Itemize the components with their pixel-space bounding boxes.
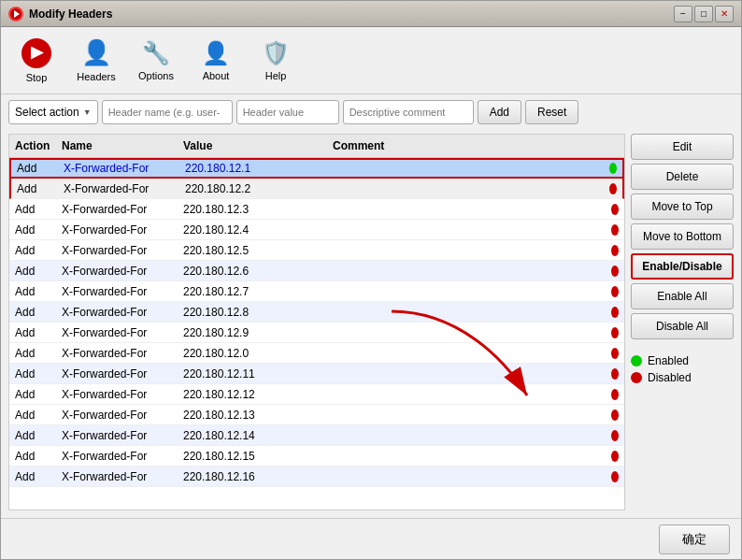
- headers-button[interactable]: 👤 Headers: [68, 33, 124, 89]
- options-button[interactable]: 🔧 Options: [128, 33, 184, 89]
- edit-button[interactable]: Edit: [631, 134, 734, 160]
- cell-comment: [327, 454, 606, 458]
- table-row[interactable]: Add X-Forwarded-For 220.180.12.13: [9, 405, 624, 425]
- stop-button[interactable]: Stop: [8, 33, 64, 89]
- cell-action: Add: [9, 407, 56, 424]
- status-dot-icon: [609, 163, 617, 174]
- status-dot-icon: [611, 451, 619, 462]
- status-dot-icon: [611, 409, 619, 421]
- table-row[interactable]: Add X-Forwarded-For 220.180.12.3: [9, 199, 624, 220]
- status-dot-icon: [611, 286, 619, 297]
- table-row[interactable]: Add X-Forwarded-For 220.180.12.2: [9, 179, 624, 199]
- cell-comment: [327, 228, 606, 232]
- toolbar: Stop 👤 Headers 🔧 Options 👤 About 🛡️ Help: [1, 27, 741, 94]
- cell-value: 220.180.12.8: [178, 304, 327, 321]
- cell-action: Add: [9, 468, 56, 485]
- cell-value: 220.180.12.7: [178, 283, 327, 300]
- cell-dot: [606, 366, 624, 381]
- add-button[interactable]: Add: [478, 100, 521, 124]
- about-button[interactable]: 👤 About: [188, 33, 244, 89]
- cell-dot: [606, 243, 624, 258]
- delete-button[interactable]: Delete: [631, 164, 734, 190]
- headers-icon: 👤: [81, 38, 111, 67]
- cell-name: X-Forwarded-For: [56, 242, 178, 259]
- table-row[interactable]: Add X-Forwarded-For 220.180.12.5: [9, 240, 624, 261]
- help-button[interactable]: 🛡️ Help: [248, 33, 304, 89]
- cell-dot: [606, 469, 624, 484]
- table-row[interactable]: Add X-Forwarded-For 220.180.12.7: [9, 281, 624, 302]
- cell-name: X-Forwarded-For: [58, 180, 179, 197]
- cell-name: X-Forwarded-For: [58, 160, 179, 177]
- cell-dot: [606, 387, 624, 402]
- legend: Enabled Disabled: [631, 351, 734, 384]
- help-label: Help: [265, 70, 287, 81]
- cell-name: X-Forwarded-For: [56, 427, 178, 444]
- disabled-label: Disabled: [648, 371, 692, 384]
- table-row[interactable]: Add X-Forwarded-For 220.180.12.11: [9, 364, 624, 384]
- cell-action: Add: [9, 448, 56, 465]
- enable-all-button[interactable]: Enable All: [631, 283, 734, 309]
- table-header: Action Name Value Comment: [9, 135, 624, 158]
- table-row[interactable]: Add X-Forwarded-For 220.180.12.9: [9, 323, 624, 343]
- table-row[interactable]: Add X-Forwarded-For 220.180.12.12: [9, 384, 624, 405]
- table-row[interactable]: Add X-Forwarded-For 220.180.12.1: [9, 158, 624, 179]
- disable-all-button[interactable]: Disable All: [631, 313, 734, 339]
- table-row[interactable]: Add X-Forwarded-For 220.180.12.6: [9, 261, 624, 281]
- header-value-input[interactable]: [236, 100, 339, 124]
- cell-name: X-Forwarded-For: [56, 201, 178, 218]
- cell-comment: [327, 434, 606, 438]
- cell-name: X-Forwarded-For: [56, 283, 178, 300]
- close-button[interactable]: ✕: [715, 6, 734, 22]
- cell-comment: [327, 352, 606, 355]
- cell-dot: [606, 408, 624, 423]
- cell-name: X-Forwarded-For: [56, 407, 178, 424]
- right-panel: Edit Delete Move to Top Move to Bottom E…: [631, 134, 734, 510]
- header-name-input[interactable]: [102, 100, 233, 124]
- cell-name: X-Forwarded-For: [56, 345, 178, 362]
- dropdown-arrow-icon: ▼: [83, 108, 92, 117]
- table-row[interactable]: Add X-Forwarded-For 220.180.12.8: [9, 302, 624, 323]
- enable-disable-button[interactable]: Enable/Disable: [631, 253, 734, 280]
- table-row[interactable]: Add X-Forwarded-For 220.180.12.16: [9, 467, 624, 487]
- cell-action: Add: [11, 160, 58, 177]
- confirm-button[interactable]: 确定: [659, 524, 730, 554]
- cell-value: 220.180.12.13: [178, 407, 327, 424]
- select-action-dropdown[interactable]: Select action ▼: [8, 100, 98, 124]
- table-row[interactable]: Add X-Forwarded-For 220.180.12.14: [9, 425, 624, 446]
- cell-comment: [327, 310, 606, 314]
- move-top-button[interactable]: Move to Top: [631, 194, 734, 220]
- table-row[interactable]: Add X-Forwarded-For 220.180.12.15: [9, 446, 624, 467]
- action-bar: Select action ▼ Add Reset: [1, 94, 741, 130]
- cell-dot: [604, 161, 622, 176]
- table-row[interactable]: Add X-Forwarded-For 220.180.12.4: [9, 220, 624, 240]
- cell-dot: [606, 325, 624, 340]
- minimize-button[interactable]: −: [674, 6, 692, 22]
- enabled-dot-icon: [631, 355, 642, 366]
- table-row[interactable]: Add X-Forwarded-For 220.180.12.0: [9, 343, 624, 364]
- cell-comment: [327, 208, 606, 211]
- maximize-button[interactable]: □: [694, 6, 713, 22]
- status-dot-icon: [611, 307, 619, 318]
- cell-name: X-Forwarded-For: [56, 366, 178, 382]
- move-bottom-button[interactable]: Move to Bottom: [631, 223, 734, 250]
- cell-dot: [606, 202, 624, 217]
- table-section: Action Name Value Comment Add X-Forwarde…: [8, 134, 625, 510]
- cell-name: X-Forwarded-For: [56, 468, 178, 485]
- cell-dot: [604, 181, 622, 196]
- status-dot-icon: [611, 204, 619, 215]
- status-dot-icon: [611, 224, 619, 236]
- legend-disabled: Disabled: [631, 371, 734, 384]
- cell-action: Add: [9, 242, 56, 259]
- cell-dot: [606, 305, 624, 320]
- cell-dot: [606, 264, 624, 279]
- reset-button[interactable]: Reset: [525, 100, 578, 124]
- status-dot-icon: [611, 245, 619, 256]
- cell-value: 220.180.12.14: [178, 427, 327, 444]
- cell-name: X-Forwarded-For: [56, 386, 178, 403]
- cell-comment: [329, 187, 604, 191]
- headers-label: Headers: [77, 71, 116, 82]
- comment-input[interactable]: [343, 100, 474, 124]
- cell-value: 220.180.12.6: [178, 263, 327, 280]
- stop-icon: [21, 38, 51, 68]
- cell-comment: [327, 475, 606, 479]
